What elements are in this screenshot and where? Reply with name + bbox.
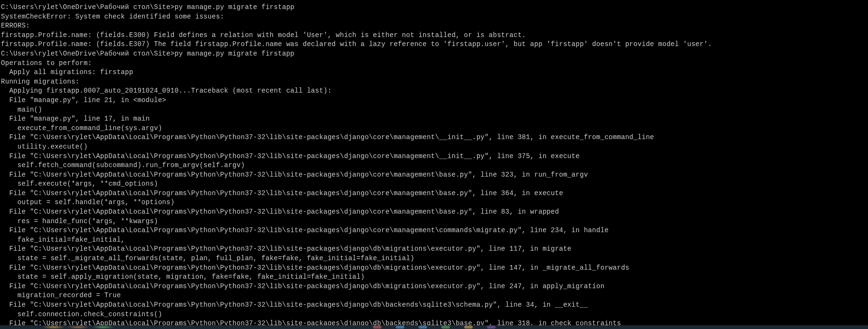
terminal-line: File "C:\Users\rylet\AppData\Local\Progr… [1,170,867,180]
taskbar-app-icon[interactable] [91,325,115,329]
terminal-line: File "C:\Users\rylet\AppData\Local\Progr… [1,207,867,217]
terminal-line: self.connection.check_constraints() [1,310,867,320]
terminal-line: state = self.apply_migration(state, migr… [1,273,867,282]
terminal-line: File "C:\Users\rylet\AppData\Local\Progr… [1,133,867,142]
terminal-line: main() [1,105,867,115]
terminal-line: File "C:\Users\rylet\AppData\Local\Progr… [1,282,867,291]
terminal-line: self.execute(*args, **cmd_options) [1,179,867,189]
terminal-line: firstapp.Profile.name: (fields.E307) The… [1,40,867,49]
taskbar-app-icon[interactable] [42,325,66,329]
terminal-line: SystemCheckError: System check identifie… [1,12,867,22]
terminal-line: output = self.handle(*args, **options) [1,198,867,207]
terminal-output[interactable]: C:\Users\rylet\OneDrive\Рабочий стол\Sit… [1,3,867,329]
taskbar-app-icon[interactable] [487,326,496,329]
terminal-line: Apply all migrations: firstapp [1,68,867,77]
terminal-line: fake_initial=fake_initial, [1,235,867,245]
taskbar-app-icon[interactable] [441,326,450,329]
taskbar[interactable] [0,325,868,329]
terminal-line: C:\Users\rylet\OneDrive\Рабочий стол\Sit… [1,49,867,59]
terminal-line: File "C:\Users\rylet\AppData\Local\Progr… [1,152,867,161]
terminal-line: File "C:\Users\rylet\AppData\Local\Progr… [1,244,867,254]
terminal-line: Applying firstapp.0007_auto_20191024_091… [1,86,867,96]
terminal-line: Operations to perform: [1,59,867,68]
terminal-line: self.fetch_command(subcommand).run_from_… [1,161,867,170]
taskbar-app-icon[interactable] [464,326,473,329]
terminal-line: res = handle_func(*args, **kwargs) [1,217,867,226]
taskbar-app-icon[interactable] [67,325,90,329]
terminal-line: state = self._migrate_all_forwards(state… [1,254,867,263]
taskbar-app-icon[interactable] [373,326,382,329]
terminal-line: File "manage.py", line 17, in main [1,114,867,124]
terminal-line: File "manage.py", line 21, in <module> [1,96,867,105]
taskbar-app-icon[interactable] [396,326,404,329]
terminal-line: Running migrations: [1,77,867,87]
terminal-line: firstapp.Profile.name: (fields.E300) Fie… [1,31,867,40]
taskbar-app-icon[interactable] [419,326,427,329]
terminal-line: File "C:\Users\rylet\AppData\Local\Progr… [1,301,867,310]
terminal-line: C:\Users\rylet\OneDrive\Рабочий стол\Sit… [1,3,867,12]
terminal-line: ERRORS: [1,21,867,31]
terminal-line: File "C:\Users\rylet\AppData\Local\Progr… [1,226,867,235]
terminal-line: utility.execute() [1,142,867,152]
terminal-line: migration_recorded = True [1,291,867,301]
terminal-line: File "C:\Users\rylet\AppData\Local\Progr… [1,263,867,273]
terminal-line: File "C:\Users\rylet\AppData\Local\Progr… [1,189,867,198]
taskbar-center-icons [373,326,496,329]
terminal-line: execute_from_command_line(sys.argv) [1,124,867,133]
